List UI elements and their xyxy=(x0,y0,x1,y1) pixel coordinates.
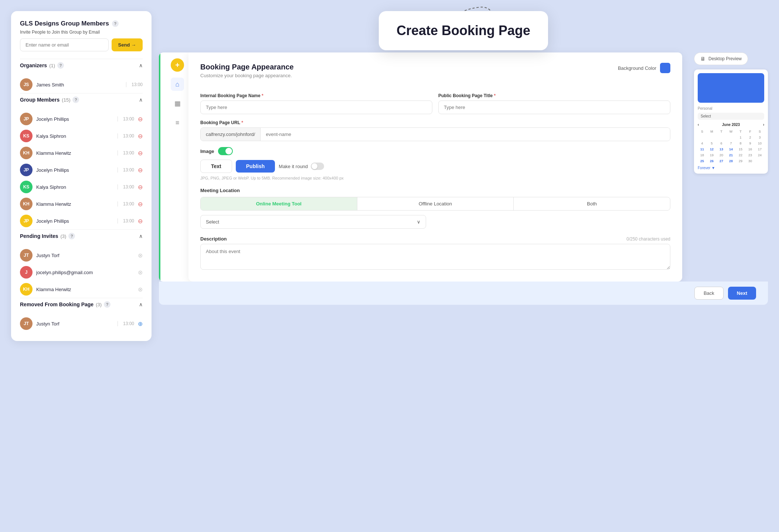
list-item: JT Justyn Torf ⊗ xyxy=(20,247,143,264)
avatar: KH xyxy=(20,198,33,210)
page-title: Create Booking Page xyxy=(397,23,530,38)
sidebar-calendar-button[interactable]: ▦ xyxy=(171,97,184,110)
group-members-collapse-icon[interactable]: ∧ xyxy=(139,97,143,103)
removed-collapse-icon[interactable]: ∧ xyxy=(139,301,143,307)
forever-label[interactable]: Forever ▼ xyxy=(698,166,764,170)
tab-online-meeting[interactable]: Online Meeting Tool xyxy=(201,197,357,210)
back-button[interactable]: Back xyxy=(694,287,724,300)
sidebar-home-button[interactable]: ⌂ xyxy=(171,78,184,91)
desktop-preview-button[interactable]: 🖥 Desktop Preview xyxy=(694,52,748,65)
avatar: JS xyxy=(20,78,33,91)
personal-label: Personal xyxy=(698,106,764,110)
pending-collapse-icon[interactable]: ∧ xyxy=(139,233,143,239)
organizers-collapse-icon[interactable]: ∧ xyxy=(139,62,143,68)
sidebar-icons: + ⌂ ▦ ≡ xyxy=(166,52,188,282)
remove-icon[interactable]: ⊖ xyxy=(138,133,143,140)
url-row: calfrenzy.com/johnford/ xyxy=(200,127,670,141)
member-name: Klamma Herwitz xyxy=(36,287,134,292)
pending-help-icon[interactable]: ? xyxy=(68,233,75,239)
organizers-title: Organizers (1) ? xyxy=(20,62,64,69)
tab-offline-location[interactable]: Offline Location xyxy=(357,197,514,210)
next-month-icon[interactable]: › xyxy=(763,123,764,127)
pending-remove-icon[interactable]: ⊗ xyxy=(138,252,143,259)
make-round-row: Make it round xyxy=(279,163,324,170)
url-input[interactable] xyxy=(261,128,670,141)
preview-screen-blue xyxy=(698,73,764,103)
left-panel: GLS Designs Group Members ? Invite Peopl… xyxy=(11,11,152,341)
panel-header: GLS Designs Group Members ? xyxy=(20,20,143,27)
member-time: 13:00 xyxy=(123,184,134,190)
pending-remove-icon[interactable]: ⊗ xyxy=(138,269,143,276)
member-name: Jocelyn Phillips xyxy=(36,116,112,122)
list-item: KS Kalya Siphron 13:00 ⊖ xyxy=(20,127,143,144)
mini-calendar-header: ‹ June 2023 › xyxy=(698,123,764,127)
public-title-input[interactable] xyxy=(438,100,670,114)
removed-help-icon[interactable]: ? xyxy=(104,301,110,308)
send-button[interactable]: Send → xyxy=(112,38,143,51)
internal-name-input[interactable] xyxy=(200,100,432,114)
group-members-section-header: Group Members (15) ? ∧ xyxy=(20,93,143,106)
member-time: 13:00 xyxy=(123,167,134,173)
remove-icon[interactable]: ⊖ xyxy=(138,218,143,225)
content-wrapper: Create Booking Page + ⌂ ▦ ≡ xyxy=(159,11,768,305)
sidebar-and-form: + ⌂ ▦ ≡ Booking Page Appearance Customiz… xyxy=(159,52,682,282)
avatar: J xyxy=(20,266,33,279)
remove-icon[interactable]: ⊖ xyxy=(138,184,143,191)
add-sidebar-button[interactable]: + xyxy=(171,58,184,72)
remove-icon[interactable]: ⊖ xyxy=(138,201,143,208)
image-hint: JPG, PNG, JPEG or WebP. Up to 5MB. Recom… xyxy=(200,176,670,180)
invite-input[interactable] xyxy=(20,38,109,51)
avatar: JP xyxy=(20,164,33,176)
pending-section-header: Pending Invites (3) ? ∧ xyxy=(20,229,143,242)
add-member-icon[interactable]: ⊕ xyxy=(138,320,143,327)
calendar-icon: ▦ xyxy=(174,99,181,108)
tab-both[interactable]: Both xyxy=(514,197,670,210)
form-section-title: Booking Page Appearance xyxy=(200,63,294,71)
member-time: 13:00 xyxy=(132,82,143,87)
remove-icon[interactable]: ⊖ xyxy=(138,167,143,174)
member-time: 13:00 xyxy=(123,116,134,122)
prev-month-icon[interactable]: ‹ xyxy=(698,123,699,127)
url-prefix: calfrenzy.com/johnford/ xyxy=(201,128,261,141)
remove-icon[interactable]: ⊖ xyxy=(138,116,143,123)
help-icon[interactable]: ? xyxy=(112,20,119,27)
avatar: JP xyxy=(20,113,33,125)
organizer-row: JS James Smith 13:00 xyxy=(20,76,143,93)
location-select-dropdown[interactable]: Select ∨ xyxy=(200,215,426,229)
pending-title: Pending Invites (3) ? xyxy=(20,233,75,239)
next-button[interactable]: Next xyxy=(728,287,756,300)
public-title-label: Public Booking Page Title * xyxy=(438,93,670,98)
avatar: JP xyxy=(20,215,33,227)
image-toggle[interactable] xyxy=(218,147,233,155)
make-round-toggle[interactable] xyxy=(311,163,324,170)
location-tabs: Online Meeting Tool Offline Location Bot… xyxy=(200,197,670,211)
member-time: 13:00 xyxy=(123,201,134,207)
avatar: KH xyxy=(20,283,33,296)
group-members-help-icon[interactable]: ? xyxy=(72,96,79,103)
member-name: jocelyn.philips@gmail.com xyxy=(36,270,134,275)
member-name: Kalya Siphron xyxy=(36,184,112,190)
removed-title: Removed From Booking Page (3) ? xyxy=(20,301,110,308)
group-members-title: Group Members (15) ? xyxy=(20,96,79,103)
internal-name-label: Internal Booking Page Name * xyxy=(200,93,432,98)
green-bar xyxy=(159,52,160,282)
member-name: James Smith xyxy=(36,82,121,88)
publish-button[interactable]: Publish xyxy=(236,160,275,173)
avatar: JT xyxy=(20,317,33,330)
organizers-section-header: Organizers (1) ? ∧ xyxy=(20,59,143,72)
organizers-help-icon[interactable]: ? xyxy=(57,62,64,69)
remove-icon[interactable]: ⊖ xyxy=(138,150,143,157)
pending-remove-icon[interactable]: ⊗ xyxy=(138,286,143,293)
text-button[interactable]: Text xyxy=(200,160,232,173)
list-item: JP Jocelyn Phillips 13:00 ⊖ xyxy=(20,110,143,127)
description-textarea[interactable] xyxy=(200,244,670,270)
sidebar-doc-button[interactable]: ≡ xyxy=(171,116,184,129)
list-item: JP Jocelyn Phillips 13:00 ⊖ xyxy=(20,212,143,229)
member-time: 13:00 xyxy=(123,150,134,156)
color-swatch[interactable] xyxy=(660,63,670,73)
bg-color-row: Background Color xyxy=(618,63,670,73)
description-label: Description xyxy=(200,236,227,242)
image-label: Image xyxy=(200,149,214,154)
floating-title-card: Create Booking Page xyxy=(379,11,548,50)
member-name: Kalya Siphron xyxy=(36,133,112,139)
